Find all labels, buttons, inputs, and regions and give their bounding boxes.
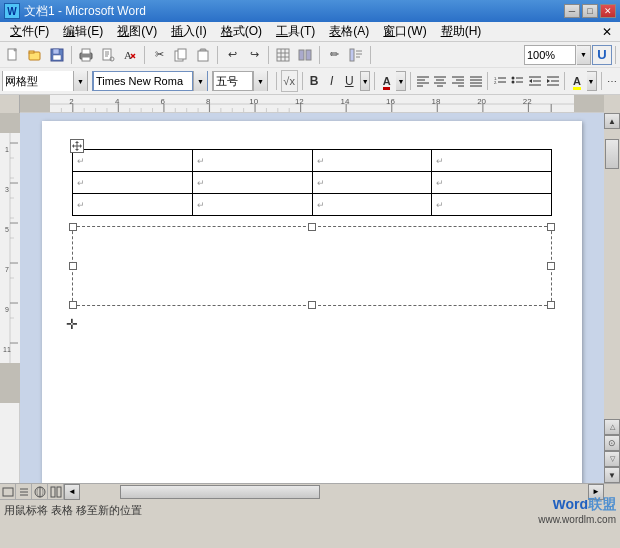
menu-tools[interactable]: 工具(T) — [270, 21, 321, 42]
resize-handle-br[interactable] — [547, 301, 555, 309]
svg-point-50 — [512, 77, 515, 80]
menu-edit[interactable]: 编辑(E) — [57, 21, 109, 42]
resize-handle-tr[interactable] — [547, 223, 555, 231]
underline-dropdown-btn[interactable]: ▼ — [360, 71, 370, 91]
numbering-btn[interactable]: 1.2. — [492, 70, 508, 92]
style-dropdown-btn[interactable]: ▼ — [73, 71, 87, 91]
italic-btn[interactable]: I — [324, 70, 340, 92]
redo-btn[interactable]: ↪ — [243, 44, 265, 66]
spell-btn[interactable]: A — [119, 44, 141, 66]
font-color-dropdown-btn[interactable]: ▼ — [396, 71, 406, 91]
text-box[interactable] — [72, 226, 552, 306]
table-cell[interactable]: ↵ — [192, 194, 312, 216]
table-cell[interactable]: ↵ — [312, 194, 432, 216]
scroll-thumb[interactable] — [605, 139, 619, 169]
view-normal-btn[interactable] — [0, 484, 16, 500]
table-cell[interactable]: ↵ — [73, 172, 193, 194]
table-cell[interactable]: ↵ — [192, 172, 312, 194]
close-button[interactable]: ✕ — [600, 4, 616, 18]
table-cell[interactable]: ↵ — [432, 150, 552, 172]
scroll-page-up-btn[interactable]: △ — [604, 419, 620, 435]
formula-btn[interactable]: √x — [281, 70, 298, 92]
highlight-dropdown-btn[interactable]: ▼ — [587, 71, 597, 91]
resize-handle-tm[interactable] — [308, 223, 316, 231]
font-name-dropdown-btn[interactable]: ▼ — [193, 71, 207, 91]
table-cell[interactable]: ↵ — [192, 150, 312, 172]
table-cell[interactable]: ↵ — [312, 172, 432, 194]
resize-handle-tl[interactable] — [69, 223, 77, 231]
table-move-handle[interactable] — [70, 139, 84, 153]
view-web-btn[interactable] — [32, 484, 48, 500]
more-btn[interactable]: ⋯ — [605, 72, 618, 90]
document-map-btn[interactable] — [345, 44, 367, 66]
menu-insert[interactable]: 插入(I) — [165, 21, 212, 42]
maximize-button[interactable]: □ — [582, 4, 598, 18]
scroll-down-btn[interactable]: ▼ — [604, 467, 620, 483]
table-insert-btn[interactable] — [272, 44, 294, 66]
scroll-page-down-btn[interactable]: ▽ — [604, 451, 620, 467]
menu-view[interactable]: 视图(V) — [111, 21, 163, 42]
table-cell[interactable]: ↵ — [312, 150, 432, 172]
align-right-btn[interactable] — [450, 70, 466, 92]
ruler-scrollbar-corner — [604, 95, 620, 113]
menu-help[interactable]: 帮助(H) — [435, 21, 488, 42]
paste-btn[interactable] — [192, 44, 214, 66]
resize-handle-mr[interactable] — [547, 262, 555, 270]
bold-btn[interactable]: B — [306, 70, 322, 92]
menu-close-btn[interactable]: ✕ — [598, 25, 616, 39]
align-left-btn[interactable] — [415, 70, 431, 92]
underline-btn[interactable]: U — [341, 70, 357, 92]
svg-rect-19 — [277, 49, 289, 61]
zoom-select[interactable]: 100% — [524, 45, 576, 65]
menu-table[interactable]: 表格(A) — [323, 21, 375, 42]
preview-btn[interactable] — [97, 44, 119, 66]
justify-btn[interactable] — [468, 70, 484, 92]
view-outline-btn[interactable] — [16, 484, 32, 500]
h-scroll-left-btn[interactable]: ◄ — [64, 484, 80, 500]
minimize-button[interactable]: ─ — [564, 4, 580, 18]
sep-3 — [217, 46, 218, 64]
cut-btn[interactable]: ✂ — [148, 44, 170, 66]
table-cell[interactable]: ↵ — [432, 194, 552, 216]
print-btn[interactable] — [75, 44, 97, 66]
bullets-btn[interactable] — [510, 70, 526, 92]
menu-format[interactable]: 格式(O) — [215, 21, 268, 42]
menu-file[interactable]: 文件(F) — [4, 21, 55, 42]
resize-handle-bm[interactable] — [308, 301, 316, 309]
decrease-indent-btn[interactable] — [527, 70, 543, 92]
scroll-select-page-btn[interactable]: ⊙ — [604, 435, 620, 451]
font-name-select[interactable]: Times New Roma — [93, 71, 193, 91]
help-btn[interactable]: U — [592, 45, 612, 65]
zoom-dropdown-btn[interactable]: ▼ — [577, 45, 591, 65]
view-reading-btn[interactable] — [48, 484, 64, 500]
resize-handle-bl[interactable] — [69, 301, 77, 309]
font-size-dropdown-btn[interactable]: ▼ — [253, 71, 267, 91]
copy-btn[interactable] — [170, 44, 192, 66]
font-size-select[interactable]: 五号 — [213, 71, 253, 91]
new-btn[interactable] — [2, 44, 24, 66]
h-scroll-thumb[interactable] — [120, 485, 320, 499]
textbox-move-handle[interactable]: ✛ — [66, 316, 78, 332]
highlight-btn[interactable]: A — [569, 70, 585, 92]
h-scroll-track[interactable] — [80, 484, 588, 500]
scroll-up-btn[interactable]: ▲ — [604, 113, 620, 129]
scroll-track[interactable] — [604, 129, 620, 419]
table-cell[interactable]: ↵ — [432, 172, 552, 194]
svg-text:20: 20 — [477, 97, 486, 105]
horizontal-scrollbar[interactable]: ◄ ► — [0, 483, 620, 499]
increase-indent-btn[interactable] — [545, 70, 561, 92]
vertical-scrollbar[interactable]: ▲ △ ⊙ ▽ ▼ — [604, 113, 620, 483]
open-btn[interactable] — [24, 44, 46, 66]
drawing-btn[interactable]: ✏ — [323, 44, 345, 66]
table-cell[interactable]: ↵ — [73, 150, 193, 172]
website-url: www.wordlm.com — [538, 514, 616, 525]
undo-btn[interactable]: ↩ — [221, 44, 243, 66]
table-cell[interactable]: ↵ — [73, 194, 193, 216]
menu-window[interactable]: 窗口(W) — [377, 21, 432, 42]
font-color-btn[interactable]: A — [379, 70, 395, 92]
align-center-btn[interactable] — [433, 70, 449, 92]
resize-handle-ml[interactable] — [69, 262, 77, 270]
save-btn[interactable] — [46, 44, 68, 66]
column-btn[interactable] — [294, 44, 316, 66]
style-select[interactable]: 网格型 — [3, 71, 73, 91]
